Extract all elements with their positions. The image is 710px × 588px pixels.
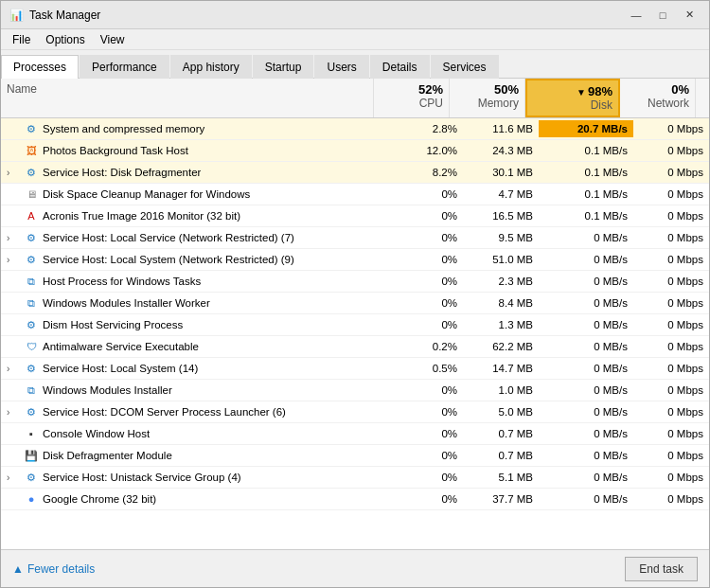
memory-cell: 62.2 MB [463, 338, 539, 355]
process-name-text: Service Host: Local System (Network Rest… [43, 254, 294, 265]
memory-cell: 2.3 MB [463, 273, 539, 290]
network-cell: 0 Mbps [633, 425, 709, 442]
table-row[interactable]: › ⚙ Service Host: Disk Defragmenter 8.2%… [1, 162, 709, 184]
fewer-details-link[interactable]: ▲ Fewer details [12, 562, 95, 576]
process-icon: ⧉ [24, 383, 39, 398]
menu-view[interactable]: View [93, 31, 133, 48]
process-name-cell: › ⚙ Service Host: Unistack Service Group… [1, 467, 387, 488]
process-icon: ⚙ [24, 470, 39, 485]
end-task-button[interactable]: End task [625, 557, 698, 581]
col-name[interactable]: Name [1, 79, 374, 117]
process-name-text: Service Host: Local Service (Network Res… [43, 232, 294, 243]
table-body[interactable]: ⚙ System and compressed memory 2.8% 11.6… [1, 118, 709, 549]
memory-cell: 51.0 MB [463, 251, 539, 268]
table-row[interactable]: › ⚙ Service Host: Local System (14) 0.5%… [1, 358, 709, 380]
window-controls: — □ ✕ [624, 6, 701, 25]
disk-cell: 0 MB/s [539, 229, 633, 246]
process-icon: ⚙ [24, 252, 39, 267]
memory-cell: 5.0 MB [463, 403, 539, 420]
memory-cell: 9.5 MB [463, 229, 539, 246]
cpu-cell: 8.2% [387, 164, 463, 181]
table-row[interactable]: ⚙ System and compressed memory 2.8% 11.6… [1, 118, 709, 140]
tab-users[interactable]: Users [314, 55, 368, 79]
table-row[interactable]: › ⚙ Service Host: Local System (Network … [1, 249, 709, 271]
cpu-cell: 0% [387, 273, 463, 290]
expand-arrow-icon[interactable]: › [7, 233, 20, 243]
table-row[interactable]: › ⚙ Service Host: Local Service (Network… [1, 227, 709, 249]
col-cpu[interactable]: 52% CPU [374, 79, 450, 117]
expand-arrow-icon[interactable]: › [7, 255, 20, 265]
memory-cell: 0.7 MB [463, 447, 539, 464]
process-icon: 🖥 [24, 187, 39, 202]
table-row[interactable]: › ⚙ Service Host: DCOM Server Process La… [1, 401, 709, 423]
process-name-text: Acronis True Image 2016 Monitor (32 bit) [43, 210, 240, 222]
table-row[interactable]: ⧉ Windows Modules Installer 0% 1.0 MB 0 … [1, 380, 709, 401]
process-name-cell: › ⚙ Service Host: Local System (14) [1, 358, 387, 379]
process-icon: A [24, 208, 39, 223]
network-cell: 0 Mbps [633, 403, 709, 420]
minimize-button[interactable]: — [624, 6, 648, 25]
task-manager-window: 📊 Task Manager — □ ✕ File Options View P… [0, 0, 710, 588]
col-memory[interactable]: 50% Memory [450, 79, 525, 117]
network-cell: 0 Mbps [633, 120, 709, 137]
process-name-cell: 🖥 Disk Space Cleanup Manager for Windows [1, 184, 387, 205]
cpu-cell: 0% [387, 403, 463, 420]
tab-details[interactable]: Details [370, 55, 430, 79]
process-name-text: Service Host: Unistack Service Group (4) [43, 472, 241, 483]
memory-cell: 37.7 MB [463, 490, 539, 508]
network-cell: 0 Mbps [633, 251, 709, 268]
expand-arrow-icon[interactable]: › [7, 407, 20, 418]
close-button[interactable]: ✕ [677, 6, 701, 25]
process-icon: ⚙ [24, 361, 39, 376]
table-row[interactable]: ⚙ Dism Host Servicing Process 0% 1.3 MB … [1, 314, 709, 336]
process-name-cell: 🖼 Photos Background Task Host [1, 140, 387, 161]
table-row[interactable]: 🛡 Antimalware Service Executable 0.2% 62… [1, 336, 709, 358]
table-row[interactable]: 🖼 Photos Background Task Host 12.0% 24.3… [1, 140, 709, 162]
expand-arrow-icon[interactable]: › [7, 472, 20, 483]
process-name-text: Windows Modules Installer [43, 384, 172, 396]
process-icon: ⚙ [24, 404, 39, 419]
cpu-cell: 0% [387, 294, 463, 312]
expand-arrow-icon[interactable]: › [7, 364, 20, 374]
col-disk[interactable]: ▼98% Disk [525, 79, 620, 117]
disk-cell: 0 MB/s [539, 251, 633, 268]
table-row[interactable]: ⧉ Host Process for Windows Tasks 0% 2.3 … [1, 271, 709, 293]
table-row[interactable]: A Acronis True Image 2016 Monitor (32 bi… [1, 205, 709, 227]
tab-services[interactable]: Services [431, 55, 499, 79]
network-cell: 0 Mbps [633, 229, 709, 246]
tab-processes[interactable]: Processes [1, 55, 79, 79]
disk-cell: 0 MB/s [539, 273, 633, 290]
network-cell: 0 Mbps [633, 294, 709, 312]
process-name-text: Antimalware Service Executable [43, 341, 199, 352]
cpu-cell: 0% [387, 229, 463, 246]
cpu-cell: 0% [387, 251, 463, 268]
expand-arrow-icon[interactable]: › [7, 168, 20, 178]
tab-startup[interactable]: Startup [253, 55, 314, 79]
process-name-cell: ⧉ Windows Modules Installer [1, 380, 387, 401]
disk-cell: 0 MB/s [539, 294, 633, 312]
cpu-cell: 12.0% [387, 142, 463, 159]
tab-performance[interactable]: Performance [80, 55, 169, 79]
disk-cell: 0 MB/s [539, 338, 633, 355]
table-row[interactable]: ⧉ Windows Modules Installer Worker 0% 8.… [1, 293, 709, 314]
tab-app-history[interactable]: App history [170, 55, 252, 79]
table-row[interactable]: 🖥 Disk Space Cleanup Manager for Windows… [1, 184, 709, 205]
table-row[interactable]: ▪ Console Window Host 0% 0.7 MB 0 MB/s 0… [1, 423, 709, 445]
network-cell: 0 Mbps [633, 360, 709, 377]
process-name-cell: ⚙ Dism Host Servicing Process [1, 314, 387, 335]
process-name-text: Windows Modules Installer Worker [43, 297, 210, 309]
cpu-cell: 0% [387, 207, 463, 224]
col-network[interactable]: 0% Network [620, 79, 696, 117]
footer: ▲ Fewer details End task [1, 549, 709, 587]
cpu-cell: 2.8% [387, 120, 463, 137]
maximize-button[interactable]: □ [650, 6, 675, 25]
network-cell: 0 Mbps [633, 273, 709, 290]
table-row[interactable]: ● Google Chrome (32 bit) 0% 37.7 MB 0 MB… [1, 489, 709, 510]
menu-file[interactable]: File [5, 31, 38, 48]
table-row[interactable]: 💾 Disk Defragmenter Module 0% 0.7 MB 0 M… [1, 445, 709, 467]
cpu-cell: 0% [387, 186, 463, 203]
process-name-text: Dism Host Servicing Process [43, 319, 183, 330]
menu-options[interactable]: Options [38, 31, 92, 48]
process-name-cell: › ⚙ Service Host: DCOM Server Process La… [1, 401, 387, 422]
table-row[interactable]: › ⚙ Service Host: Unistack Service Group… [1, 467, 709, 489]
